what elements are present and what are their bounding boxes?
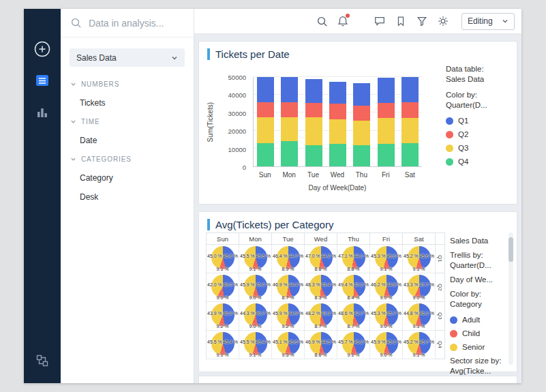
pie-label-child: 8.8 % <box>305 267 337 272</box>
data-section-header[interactable]: TIME <box>61 112 194 131</box>
legend-sector-size-value[interactable]: Avg(Ticke... <box>450 367 511 376</box>
pie-label-adult: 44.2 % <box>321 254 336 259</box>
bar-segment-q4[interactable] <box>353 145 370 166</box>
bar-segment-q1[interactable] <box>257 77 274 102</box>
legend-item-q4[interactable]: Q4 <box>446 157 514 166</box>
pie-label-senior: 45.3 % <box>371 311 386 316</box>
legend-item-adult[interactable]: Adult <box>450 316 511 325</box>
bar-segment-q4[interactable] <box>257 143 274 166</box>
toolbar-search-button[interactable] <box>314 13 330 29</box>
pie-label-child: 8.7 % <box>272 295 304 301</box>
bar-segment-q1[interactable] <box>401 77 419 102</box>
data-section-header[interactable]: CATEGORIES <box>61 150 194 168</box>
next-card-edge <box>198 376 517 383</box>
pie-label-child: 8.3 % <box>305 295 337 301</box>
trellis-column-header: Sat <box>403 233 436 245</box>
bar-segment-q1[interactable] <box>378 78 395 103</box>
bar-segment-q1[interactable] <box>329 82 346 104</box>
pie-trellis-card[interactable]: Avg(Tickets) per Category SunMonTueWedTh… <box>198 211 517 372</box>
y-axis-title-wrap: Sum(Tickets) <box>204 77 215 167</box>
bar-segment-q2[interactable] <box>257 102 274 117</box>
bar-segment-q3[interactable] <box>353 121 370 145</box>
legend-item-child[interactable]: Child <box>450 329 511 338</box>
notifications-button[interactable] <box>335 13 351 29</box>
bar-sat[interactable] <box>401 77 419 166</box>
pie-label-adult: 42.7 % <box>354 311 369 316</box>
data-table-selector[interactable]: Sales Data <box>70 48 185 67</box>
bar-segment-q2[interactable] <box>329 104 346 119</box>
pie-cell-q1-thu: 47.1 %44.1 %8.8 % <box>337 245 370 273</box>
toolbar: Editing <box>194 9 521 34</box>
pie-label-senior: 48.6 % <box>338 311 353 316</box>
comments-button[interactable] <box>371 13 388 29</box>
bar-segment-q2[interactable] <box>378 103 395 118</box>
pie-cell-q2-sat: 43.3 %47.7 %9.0 % <box>403 273 436 302</box>
bar-segment-q2[interactable] <box>401 102 419 119</box>
bar-segment-q3[interactable] <box>378 118 395 144</box>
data-field-item[interactable]: Date <box>61 131 194 150</box>
chevron-down-icon <box>502 18 509 25</box>
bar-segment-q1[interactable] <box>281 77 298 102</box>
bar-thu[interactable] <box>353 77 370 166</box>
data-field-item[interactable]: Tickets <box>61 93 194 112</box>
bar-segment-q4[interactable] <box>401 143 419 166</box>
filters-button[interactable] <box>414 13 430 29</box>
add-visualization-button[interactable] <box>32 39 52 59</box>
trellis-header-row: SunMonTueWedThuFriSat <box>207 233 445 245</box>
legend-data-table-value[interactable]: Sales Data <box>446 75 514 84</box>
bar-segment-q4[interactable] <box>305 145 322 166</box>
legend-item-senior[interactable]: Senior <box>450 343 511 352</box>
pie-label-senior: 49.4 % <box>338 282 353 288</box>
pie-label-adult: 44.1 % <box>354 254 369 259</box>
bar-fri[interactable] <box>378 77 395 166</box>
legend-color-by-value[interactable]: Quarter(D... <box>446 101 514 110</box>
settings-button[interactable] <box>435 13 451 29</box>
legend-item-q2[interactable]: Q2 <box>446 130 514 139</box>
bar-wed[interactable] <box>329 77 346 166</box>
bar-segment-q2[interactable] <box>305 103 322 117</box>
bar-segment-q4[interactable] <box>378 144 395 166</box>
bar-segment-q2[interactable] <box>281 102 298 117</box>
legend-color-dot <box>450 330 457 337</box>
bar-chart-card[interactable]: Tickets per Date Sum(Tickets) 0100002000… <box>198 41 517 205</box>
bar-chart-title: Tickets per Date <box>215 48 290 60</box>
bar-segment-q3[interactable] <box>401 118 419 143</box>
pie-label-adult: 45.8 % <box>223 254 238 259</box>
data-canvas-button[interactable] <box>32 350 52 371</box>
bar-segment-q2[interactable] <box>353 106 370 121</box>
legend-trellis-value-2[interactable]: Day of We... <box>450 275 511 284</box>
data-section-header[interactable]: NUMBERS <box>61 75 194 93</box>
editing-mode-selector[interactable]: Editing <box>461 13 515 30</box>
visualization-types-button[interactable] <box>32 102 52 122</box>
data-field-item[interactable]: Category <box>61 168 194 187</box>
y-tick-label: 40000 <box>228 91 246 99</box>
bar-tue[interactable] <box>305 77 322 166</box>
bar-segment-q1[interactable] <box>305 79 322 103</box>
legend-color-by-value[interactable]: Category <box>450 300 511 309</box>
bar-sun[interactable] <box>257 77 274 166</box>
legend-label: Senior <box>462 343 485 352</box>
data-panel-button[interactable] <box>32 70 52 91</box>
trellis-column-header: Sun <box>207 233 239 245</box>
bar-segment-q3[interactable] <box>329 119 346 145</box>
bar-segment-q4[interactable] <box>329 144 346 166</box>
data-search-input[interactable] <box>89 18 184 29</box>
bar-segment-q3[interactable] <box>281 117 298 141</box>
bar-segment-q4[interactable] <box>281 141 298 166</box>
bar-mon[interactable] <box>281 77 298 166</box>
legend-item-q1[interactable]: Q1 <box>446 117 514 125</box>
pie-card-scrollbar[interactable] <box>509 232 513 365</box>
legend-data-table-value[interactable]: Sales Data <box>450 237 511 245</box>
scrollbar-thumb[interactable] <box>509 237 513 262</box>
pie-label-senior: 45.5 % <box>240 254 255 259</box>
legend-item-q3[interactable]: Q3 <box>446 144 514 153</box>
trellis-row-header: Q3 <box>436 302 445 331</box>
data-field-item[interactable]: Desk <box>61 187 194 207</box>
pie-label-child: 9.1 % <box>403 267 435 272</box>
pie-cell-q2-thu: 49.4 %42.2 %8.4 % <box>337 273 370 302</box>
bar-segment-q3[interactable] <box>257 117 274 143</box>
bar-segment-q3[interactable] <box>305 117 322 145</box>
bar-segment-q1[interactable] <box>353 83 370 106</box>
bookmarks-button[interactable] <box>393 13 409 29</box>
legend-trellis-value-1[interactable]: Quarter(D... <box>450 261 511 270</box>
